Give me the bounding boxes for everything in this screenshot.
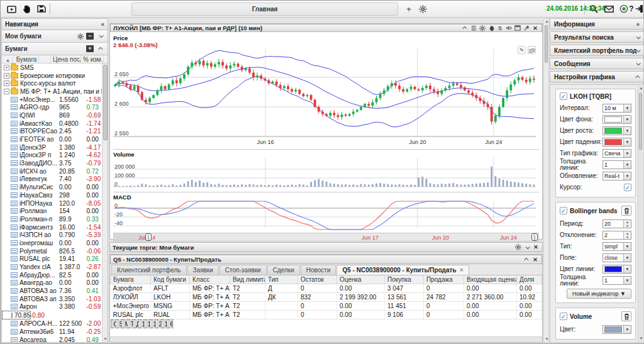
strategy-icon[interactable]: S bbox=[496, 25, 504, 31]
security-row[interactable]: iЗаводДИО... 3.75 -0.79 bbox=[2, 159, 108, 167]
chevron-up-icon[interactable] bbox=[523, 256, 530, 263]
close-tab-icon[interactable]: ✕ bbox=[460, 267, 464, 273]
chevron-up-icon[interactable] bbox=[461, 25, 469, 31]
color-dropdown[interactable]: ▼ bbox=[602, 126, 631, 135]
tree-folder[interactable]: + Кросс-курсы валют bbox=[2, 79, 108, 87]
col-header[interactable]: Доля bbox=[517, 275, 542, 284]
number-spinner[interactable]: 2▲▼ bbox=[602, 231, 631, 240]
gear-icon[interactable] bbox=[77, 33, 84, 40]
security-row[interactable]: iИСКЧ ао 20.85 0.72 bbox=[2, 167, 108, 175]
color-dropdown[interactable]: ▼ bbox=[602, 325, 631, 334]
security-row[interactable]: iРоллман 154 0.00 bbox=[2, 207, 108, 215]
settings-scrollbar[interactable]: ▲ ▼ bbox=[638, 86, 643, 341]
expand-icon[interactable]: + bbox=[4, 65, 9, 70]
securities-columns-header[interactable]: ▲ Бумага Цена посл % изм. bbox=[2, 55, 108, 64]
col-header[interactable]: Бумага bbox=[111, 275, 151, 284]
panel-chart-settings[interactable]: Настройки графика bbox=[550, 71, 644, 82]
security-row[interactable]: iМультиСис 0.00 0.00 bbox=[2, 183, 108, 191]
chevron-down-icon[interactable] bbox=[97, 33, 104, 40]
delete-indicator-icon[interactable] bbox=[621, 206, 631, 216]
security-row[interactable]: АЛРОСА-Н... 122 500 -2.00 bbox=[2, 319, 108, 328]
col-last-price[interactable]: Цена посл bbox=[51, 55, 81, 63]
hand-tool-icon[interactable] bbox=[487, 25, 495, 31]
workspace-vscrollbar[interactable]: ▲ ▼ bbox=[543, 18, 549, 343]
col-header[interactable]: Входящая оценка bbox=[464, 275, 517, 284]
tree-folder-expanded[interactable]: − МБ ФР: Т+ А1-Акции, паи и РДР bbox=[2, 87, 108, 96]
col-header[interactable]: Оценка bbox=[337, 275, 385, 284]
macd-chart[interactable]: 0 -20 -40 bbox=[113, 201, 539, 232]
dropdown[interactable]: Свеча▼ bbox=[602, 149, 631, 158]
securities-scrollbar[interactable]: ▼ bbox=[102, 64, 108, 342]
q5-window-header[interactable]: Q5 - NC0038900000 - Купить/Продать ✕ bbox=[110, 255, 542, 264]
add-table-icon[interactable]: + bbox=[86, 45, 94, 52]
volume-chart[interactable]: 200 000 100 000 0 bbox=[113, 158, 539, 192]
table-row[interactable]: +МосЭнергоMSNGМБ ФР: Т+ А1-А...Т200.0011… bbox=[111, 302, 542, 311]
color-dropdown[interactable]: ▼ bbox=[602, 265, 631, 274]
checkbox[interactable]: ✓ bbox=[560, 207, 567, 214]
delete-indicator-icon[interactable] bbox=[621, 311, 631, 321]
col-header[interactable]: Вид лимита bbox=[230, 275, 265, 284]
spin-down-icon[interactable]: ▼ bbox=[624, 224, 631, 228]
expand-icon[interactable]: + bbox=[4, 80, 9, 86]
gear-icon[interactable] bbox=[417, 3, 428, 14]
security-row[interactable]: АВТОВАЗ ап 3.350 -1.03 bbox=[2, 295, 108, 303]
security-row[interactable]: АВТОВАЗ ао 7.36 0.41 bbox=[2, 287, 108, 295]
table-row[interactable]: ЛУКОЙЛLKOHМБ ФР: Т+ А1-А...Т2ДК8322 199 … bbox=[111, 293, 542, 302]
checkbox[interactable]: ✓ bbox=[560, 92, 567, 100]
panel-information[interactable]: Информация » bbox=[550, 18, 644, 30]
security-row[interactable]: +МосЭнер... 1.5560 -1.58 bbox=[2, 96, 108, 104]
tab-glavnaya[interactable]: Главная bbox=[132, 3, 397, 15]
close-icon[interactable]: ✕ bbox=[532, 244, 540, 251]
collapse-icon[interactable]: − bbox=[4, 89, 9, 94]
dropdown[interactable]: 10 м▼ bbox=[602, 104, 631, 113]
security-row[interactable]: Акрон 3 380 -0.59 bbox=[2, 303, 108, 311]
panel-securities[interactable]: Бумаги + bbox=[2, 43, 108, 55]
security-row[interactable]: Yandex clA 1 387.0 -2.87 bbox=[2, 263, 108, 271]
security-row[interactable]: iНаукаСвяз 298 0.00 bbox=[2, 191, 108, 199]
security-row[interactable]: iФармсинтз 16.00 -1.54 bbox=[2, 223, 108, 231]
pencil-icon[interactable]: ✎ bbox=[518, 46, 526, 54]
exit-icon[interactable] bbox=[633, 3, 644, 14]
tree-folder[interactable]: + SMS bbox=[2, 64, 108, 72]
hand-tool-icon[interactable] bbox=[21, 3, 32, 14]
save-icon[interactable] bbox=[36, 3, 47, 14]
security-row[interactable]: iАвиастКао 0.4800 -1.74 bbox=[2, 119, 108, 128]
security-row[interactable]: iQIWI 869 -0.69 bbox=[2, 111, 108, 119]
list-icon[interactable]: ☰ bbox=[470, 25, 477, 31]
security-row[interactable]: Арсагера 2.045 0.49 bbox=[2, 336, 108, 342]
panel-messages[interactable]: Сообщения bbox=[550, 58, 644, 69]
add-tab-icon[interactable]: + bbox=[403, 3, 414, 14]
col-pct-change[interactable]: % изм. bbox=[81, 55, 104, 63]
close-icon[interactable]: ✕ bbox=[531, 256, 539, 263]
close-icon[interactable]: ✕ bbox=[531, 25, 539, 31]
spin-down-icon[interactable]: ▼ bbox=[624, 235, 631, 239]
col-header[interactable]: Продажа bbox=[424, 275, 464, 284]
q5-hscrollbar[interactable] bbox=[110, 337, 542, 342]
collapse-left-icon[interactable]: « bbox=[101, 21, 104, 28]
gear-icon[interactable] bbox=[479, 25, 486, 31]
security-row[interactable]: RUSAL plc 19.41 0.26 bbox=[2, 255, 108, 264]
security-row[interactable]: iэнергомаш 0.00 0.00 bbox=[2, 239, 108, 247]
col-header[interactable]: Покупка bbox=[385, 275, 424, 284]
eraser-icon[interactable] bbox=[528, 46, 536, 54]
current-trades-header[interactable]: Текущие торги: Мои бумаги ✕ bbox=[109, 242, 543, 252]
security-row[interactable]: iРоллман-п 89.9 0.33 bbox=[2, 215, 108, 223]
dropdown[interactable]: 1▼ bbox=[602, 276, 631, 285]
new-indicator-button[interactable]: Новый индикатор ▼ bbox=[567, 289, 631, 299]
price-chart[interactable]: 2 650 2 600 2 550Jun 16Jun 20Jun 24 bbox=[113, 48, 539, 149]
col-header[interactable]: Остаток bbox=[298, 275, 337, 284]
dropdown[interactable]: close▼ bbox=[602, 253, 631, 262]
security-row[interactable]: АбрауДюр... 82.5 0.00 bbox=[2, 271, 108, 279]
col-header[interactable]: Класс bbox=[190, 275, 230, 284]
window-icon[interactable] bbox=[514, 25, 521, 31]
tab-2[interactable]: Стоп-заявки bbox=[219, 265, 267, 275]
new-window-icon[interactable] bbox=[6, 3, 17, 14]
tab-5[interactable]: Q5 - NC0038900000 - Купить/Продать✕ bbox=[336, 265, 469, 275]
chart-time-scrollbar[interactable]: Jun 14Jun 17Jun 20Jun 24║ ║ bbox=[113, 233, 539, 241]
security-row[interactable]: Авангрд-ао 0.00 0.00 bbox=[2, 279, 108, 287]
security-row[interactable]: iНПОНаука 120.0 -8.05 bbox=[2, 199, 108, 208]
dropdown[interactable]: simpl▼ bbox=[602, 242, 631, 251]
tab-1[interactable]: Заявки bbox=[187, 265, 219, 275]
security-row[interactable]: iДонскЗР п 1 240 -4.62 bbox=[2, 152, 108, 160]
security-row[interactable]: iВТОРРЕСао 2.45 -1.21 bbox=[2, 128, 108, 136]
